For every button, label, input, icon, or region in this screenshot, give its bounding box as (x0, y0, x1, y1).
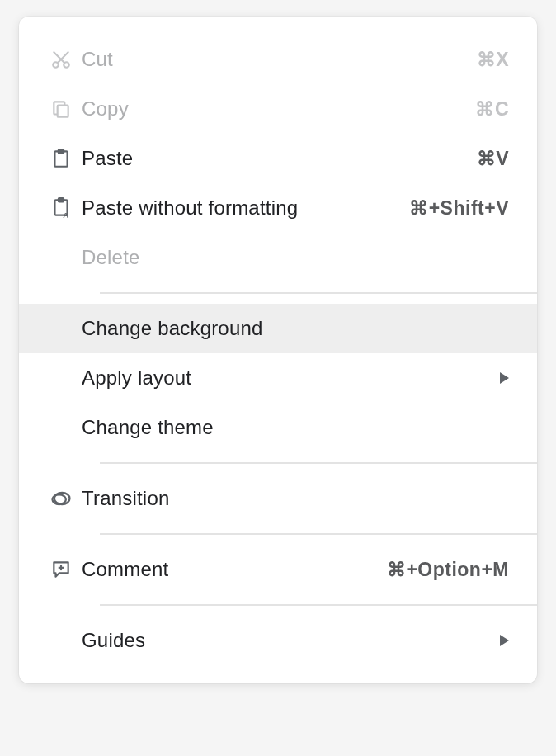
menu-item-paste-without-formatting[interactable]: A Paste without formatting ⌘+Shift+V (19, 183, 537, 233)
menu-item-label: Paste (82, 147, 477, 170)
menu-item-apply-layout[interactable]: Apply layout (19, 353, 537, 403)
submenu-arrow-icon (500, 372, 509, 384)
menu-item-change-theme[interactable]: Change theme (19, 403, 537, 452)
menu-item-shortcut: ⌘+Shift+V (409, 197, 509, 220)
menu-separator (100, 533, 537, 535)
menu-item-label: Change theme (82, 416, 509, 439)
menu-item-label: Comment (82, 558, 387, 581)
transition-icon (40, 487, 82, 510)
menu-item-comment[interactable]: Comment ⌘+Option+M (19, 545, 537, 594)
menu-item-shortcut: ⌘X (477, 49, 509, 71)
svg-rect-6 (59, 149, 64, 153)
context-menu: Cut ⌘X Copy ⌘C Paste ⌘V A Paste without … (19, 17, 537, 683)
svg-text:A: A (63, 210, 68, 220)
paste-plain-icon: A (40, 196, 82, 220)
menu-item-change-background[interactable]: Change background (19, 304, 537, 353)
comment-icon (40, 559, 82, 580)
copy-icon (40, 98, 82, 120)
submenu-arrow-icon (500, 635, 509, 646)
menu-item-guides[interactable]: Guides (19, 616, 537, 665)
menu-item-label: Delete (82, 246, 509, 269)
menu-item-transition[interactable]: Transition (19, 474, 537, 523)
paste-icon (40, 148, 82, 169)
menu-item-paste[interactable]: Paste ⌘V (19, 134, 537, 183)
svg-rect-4 (58, 106, 68, 117)
menu-item-label: Guides (82, 629, 500, 652)
menu-item-cut: Cut ⌘X (19, 35, 537, 84)
menu-item-label: Apply layout (82, 366, 500, 390)
menu-item-label: Copy (82, 97, 475, 120)
svg-rect-8 (59, 198, 64, 201)
menu-separator (100, 462, 537, 464)
menu-item-label: Transition (82, 487, 509, 510)
menu-item-delete: Delete (19, 233, 537, 282)
menu-item-copy: Copy ⌘C (19, 84, 537, 134)
cut-icon (40, 49, 82, 70)
menu-item-shortcut: ⌘+Option+M (387, 559, 509, 581)
menu-separator (100, 292, 537, 294)
menu-item-label: Cut (82, 48, 477, 71)
menu-item-label: Change background (82, 317, 509, 340)
menu-item-label: Paste without formatting (82, 196, 409, 220)
menu-separator (100, 604, 537, 606)
menu-item-shortcut: ⌘V (477, 148, 509, 170)
menu-item-shortcut: ⌘C (475, 98, 509, 120)
